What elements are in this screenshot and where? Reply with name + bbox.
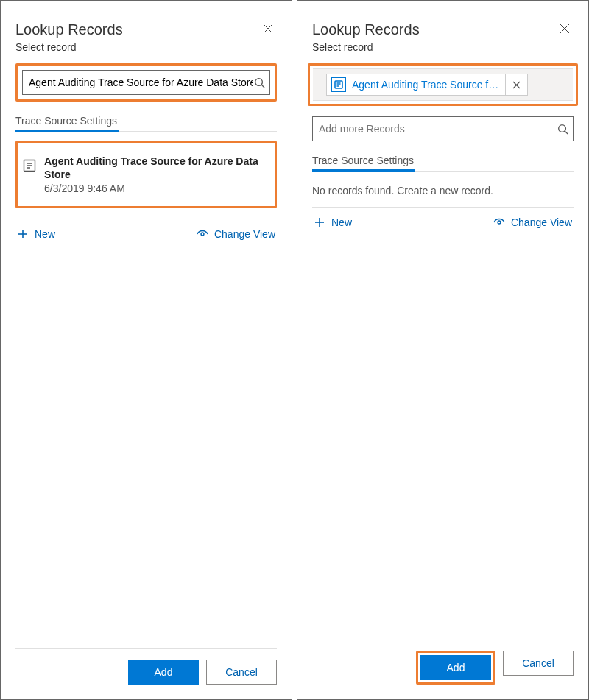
lookup-panel-right: Lookup Records Select record Agent Audit… [297,0,589,700]
change-view-label: Change View [511,216,572,228]
selected-record-chip[interactable]: Agent Auditing Trace Source for … [326,74,528,96]
add-highlight: Add [416,651,495,685]
no-records-text: No records found. Create a new record. [312,185,574,197]
result-highlight: Agent Auditing Trace Source for Azure Da… [15,141,277,208]
record-type-icon [331,77,346,92]
chip-label: Agent Auditing Trace Source for … [352,79,499,91]
result-title: Agent Auditing Trace Source for Azure Da… [44,155,266,181]
search-icon[interactable] [557,123,568,135]
plus-icon [314,216,325,228]
close-button[interactable] [554,18,575,39]
new-label: New [331,216,352,228]
dialog-subtitle: Select record [15,41,277,53]
dialog-title: Lookup Records [15,21,277,38]
record-type-icon [22,158,37,174]
dialog-subtitle: Select record [312,41,574,53]
svg-line-14 [565,131,568,134]
actions-row: New Change View [15,219,277,247]
plus-icon [17,228,29,240]
search-field[interactable] [22,70,270,95]
svg-point-13 [558,124,565,132]
new-label: New [35,228,55,240]
result-subtitle: 6/3/2019 9:46 AM [44,183,266,194]
result-row[interactable]: Agent Auditing Trace Source for Azure Da… [22,147,270,202]
close-icon [263,24,273,34]
new-button[interactable]: New [314,216,352,228]
cancel-button[interactable]: Cancel [206,660,277,685]
add-button[interactable]: Add [420,655,491,680]
selected-chip-bar: Agent Auditing Trace Source for … [313,68,573,101]
search-input[interactable] [29,77,253,88]
dialog-title: Lookup Records [312,21,574,38]
close-icon [512,81,521,89]
change-view-button[interactable]: Change View [197,228,275,240]
chip-remove-button[interactable] [505,74,527,95]
new-button[interactable]: New [17,228,55,240]
close-button[interactable] [258,18,278,39]
svg-line-3 [261,85,264,88]
search-input[interactable] [319,123,557,135]
search-icon[interactable] [253,77,265,88]
lookup-panel-left: Lookup Records Select record Trace Sourc… [0,0,292,700]
add-button[interactable]: Add [128,660,199,685]
svg-point-17 [498,221,501,224]
section-label: Trace Source Settings [15,115,277,127]
cancel-button[interactable]: Cancel [503,651,574,676]
svg-point-2 [255,78,262,85]
section-label: Trace Source Settings [312,155,574,166]
change-view-button[interactable]: Change View [493,216,572,228]
dialog-footer: Add Cancel [312,640,574,685]
chip-highlight: Agent Auditing Trace Source for … [308,63,578,106]
close-icon [560,24,570,34]
change-view-label: Change View [214,228,275,240]
section-underline [312,171,574,172]
eye-icon [493,216,505,228]
dialog-footer: Add Cancel [15,648,277,685]
eye-icon [197,228,208,240]
actions-row: New Change View [312,207,574,236]
section-underline [15,131,277,132]
svg-point-7 [201,233,204,236]
search-highlight [15,63,277,102]
search-field[interactable] [312,116,574,141]
